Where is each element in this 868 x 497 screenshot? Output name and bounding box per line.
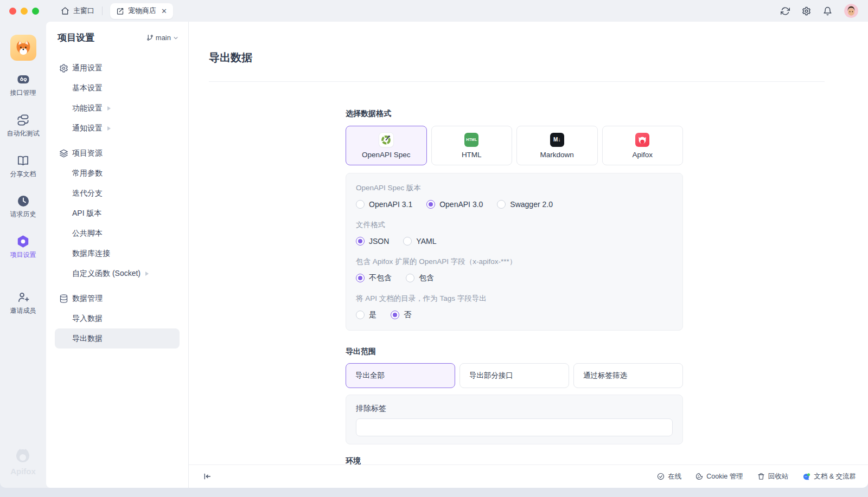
radio-icon — [391, 311, 399, 319]
scope-export-all-button[interactable]: 导出全部 — [346, 363, 455, 388]
radio-label: JSON — [369, 237, 389, 246]
recycle-bin[interactable]: 回收站 — [757, 472, 789, 481]
chevron-right-icon — [107, 106, 111, 111]
sidebar-item-export-data[interactable]: 导出数据 — [55, 328, 180, 348]
format-card-markdown[interactable]: M↓ Markdown — [516, 126, 598, 165]
apifox-logo-icon — [14, 446, 32, 464]
radio-label: OpenAPI 3.1 — [369, 200, 412, 209]
format-card-label: Apifox — [632, 151, 653, 159]
radio-openapi-3-0[interactable]: OpenAPI 3.0 — [426, 200, 483, 209]
avatar[interactable] — [844, 4, 858, 18]
online-status[interactable]: 在线 — [657, 472, 681, 481]
exclude-tags-input[interactable] — [356, 418, 673, 436]
sidebar-item-notification-settings[interactable]: 通知设置 — [55, 118, 180, 138]
format-card-apifox[interactable]: Apifox — [602, 126, 684, 165]
rail-item-api-management[interactable]: 接口管理 — [10, 74, 36, 98]
sidebar-item-api-versions[interactable]: API 版本 — [55, 203, 180, 223]
sidebar-group-general-settings[interactable]: 通用设置 — [55, 58, 180, 78]
radio-tags-no[interactable]: 否 — [391, 310, 411, 320]
scope-export-partial-button[interactable]: 导出部分接口 — [459, 363, 569, 388]
radio-label: 不包含 — [369, 273, 392, 283]
cookie-management[interactable]: Cookie 管理 — [695, 472, 743, 481]
radio-icon — [497, 200, 506, 209]
radio-swagger-2-0[interactable]: Swagger 2.0 — [497, 200, 553, 209]
layers-icon — [59, 149, 68, 158]
format-card-label: OpenAPI Spec — [362, 151, 410, 159]
sidebar-item-label: 公共脚本 — [72, 229, 103, 238]
close-window-button[interactable] — [9, 8, 16, 15]
statusbar-item-label: 文档 & 交流群 — [814, 472, 856, 481]
statusbar-item-label: 回收站 — [768, 472, 789, 481]
page-title: 导出数据 — [209, 50, 825, 65]
sidebar-item-custom-functions-socket[interactable]: 自定义函数 (Socket) — [55, 263, 180, 283]
radio-exclude-extensions[interactable]: 不包含 — [356, 273, 392, 283]
project-logo[interactable] — [10, 35, 36, 61]
sidebar-item-label: 数据管理 — [72, 294, 103, 304]
radio-label: YAML — [416, 237, 436, 246]
title-divider — [209, 81, 825, 82]
titlebar: 主窗口 宠物商店 ✕ — [0, 0, 868, 22]
home-tab[interactable]: 主窗口 — [61, 6, 94, 16]
format-card-openapi[interactable]: OpenAPI Spec — [346, 126, 427, 165]
minimize-window-button[interactable] — [21, 8, 28, 15]
radio-openapi-3-1[interactable]: OpenAPI 3.1 — [356, 200, 412, 209]
statusbar-item-label: 在线 — [668, 472, 681, 481]
export-data-page: 导出数据 选择数据格式 OpenAPI Spec — [189, 22, 868, 464]
sidebar-item-public-scripts[interactable]: 公共脚本 — [55, 223, 180, 243]
sidebar-item-common-parameters[interactable]: 常用参数 — [55, 163, 180, 183]
docs-community[interactable]: 文档 & 交流群 — [802, 472, 856, 481]
project-tab[interactable]: 宠物商店 ✕ — [110, 3, 173, 19]
project-window-icon — [116, 7, 124, 15]
scope-filter-by-tag-button[interactable]: 通过标签筛选 — [573, 363, 683, 388]
zoom-window-button[interactable] — [32, 8, 39, 15]
radio-icon — [426, 200, 435, 209]
scope-button-label: 导出部分接口 — [469, 371, 513, 380]
bell-icon[interactable] — [823, 7, 832, 16]
sidebar-item-label: 导出数据 — [72, 334, 103, 344]
refresh-icon[interactable] — [781, 7, 790, 16]
sidebar-item-feature-settings[interactable]: 功能设置 — [55, 98, 180, 118]
rail-item-project-settings[interactable]: 项目设置 — [10, 235, 36, 260]
rail-item-automated-testing[interactable]: 自动化测试 — [7, 114, 40, 138]
sidebar-title: 项目设置 — [58, 31, 94, 44]
gear-icon[interactable] — [802, 7, 811, 16]
radio-yaml[interactable]: YAML — [403, 237, 436, 246]
sidebar-group-data-management[interactable]: 数据管理 — [55, 288, 180, 308]
rail-item-label: 邀请成员 — [10, 306, 36, 315]
collapse-sidebar-icon[interactable] — [203, 472, 212, 481]
sidebar-item-import-data[interactable]: 导入数据 — [55, 308, 180, 328]
apifox-logo-icon — [635, 133, 649, 147]
apifox-watermark: Apifox — [10, 446, 36, 476]
scope-button-label: 导出全部 — [355, 371, 385, 380]
radio-include-extensions[interactable]: 包含 — [406, 273, 434, 283]
left-icon-rail: 接口管理 自动化测试 分享文档 请求历史 — [0, 22, 46, 488]
radio-json[interactable]: JSON — [356, 237, 389, 246]
sidebar-item-database-connections[interactable]: 数据库连接 — [55, 243, 180, 263]
format-card-label: HTML — [462, 151, 482, 159]
sidebar-item-label: 常用参数 — [72, 169, 103, 178]
rail-item-request-history[interactable]: 请求历史 — [10, 195, 36, 219]
rail-item-invite-members[interactable]: 邀请成员 — [10, 291, 36, 315]
radio-label: Swagger 2.0 — [510, 200, 553, 209]
close-tab-icon[interactable]: ✕ — [161, 8, 167, 15]
rail-item-share-docs[interactable]: 分享文档 — [10, 154, 36, 179]
sidebar-item-label: 数据库连接 — [72, 249, 110, 259]
radio-icon — [406, 274, 414, 282]
openapi-options-panel: OpenAPI Spec 版本 OpenAPI 3.1 OpenAPI 3.0 — [346, 173, 683, 331]
format-card-html[interactable]: HTML HTML — [431, 126, 513, 165]
sidebar-item-sprint-branches[interactable]: 迭代分支 — [55, 183, 180, 203]
home-tab-label: 主窗口 — [73, 6, 94, 16]
rail-item-label: 项目设置 — [10, 250, 36, 260]
branch-selector[interactable]: main — [146, 34, 178, 42]
radio-tags-yes[interactable]: 是 — [356, 310, 376, 320]
clock-icon — [17, 195, 29, 207]
chat-bubble-icon — [802, 473, 810, 481]
sidebar-group-project-resources[interactable]: 项目资源 — [55, 143, 180, 163]
branch-name: main — [156, 34, 171, 42]
sidebar-item-label: 通用设置 — [72, 63, 103, 73]
api-management-icon — [17, 74, 30, 86]
apifox-watermark-label: Apifox — [10, 467, 36, 476]
sidebar-item-label: 迭代分支 — [72, 189, 103, 198]
app-window: 主窗口 宠物商店 ✕ — [0, 0, 868, 488]
sidebar-item-basic-settings[interactable]: 基本设置 — [55, 78, 180, 98]
